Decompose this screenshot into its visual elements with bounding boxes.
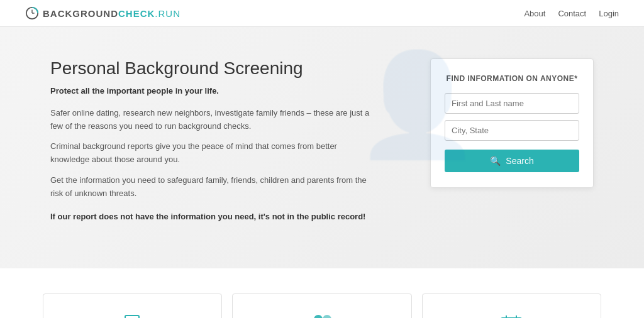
- site-header: BACKGROUNDCHECK.RUN About Contact Login: [0, 0, 644, 27]
- hero-subtitle: Protect all the important people in your…: [50, 85, 377, 98]
- search-card-heading: FIND INFORMATION ON ANYONE*: [445, 74, 579, 83]
- logo: BACKGROUNDCHECK.RUN: [25, 6, 180, 20]
- calendar-icon: 31: [435, 313, 588, 318]
- logo-run: .RUN: [155, 8, 180, 19]
- feature-updated: 31 Always Updated Daily All our informat…: [422, 293, 601, 318]
- logo-bg: BACKGROUND: [43, 8, 118, 19]
- main-nav: About Contact Login: [524, 9, 619, 18]
- svg-point-11: [323, 315, 331, 318]
- hero-para-2: Criminal background reports give you the…: [50, 140, 377, 167]
- hero-title: Personal Background Screening: [50, 58, 377, 79]
- search-button[interactable]: 🔍 Search: [445, 150, 579, 172]
- svg-rect-3: [125, 315, 139, 318]
- location-input[interactable]: [445, 120, 579, 141]
- search-card: FIND INFORMATION ON ANYONE* 🔍 Search: [430, 58, 594, 188]
- hero-para-3: Get the information you need to safeguar…: [50, 174, 377, 200]
- logo-text: BACKGROUNDCHECK.RUN: [43, 8, 180, 19]
- hero-para-1: Safer online dating, research new neighb…: [50, 107, 377, 133]
- search-button-label: Search: [506, 156, 533, 166]
- hero-content: Personal Background Screening Protect al…: [50, 58, 377, 231]
- name-input[interactable]: [445, 93, 579, 114]
- svg-point-10: [314, 315, 323, 318]
- feature-records: The Most Current Records Criminal and ci…: [43, 293, 222, 318]
- hero-bold-note: If our report does not have the informat…: [50, 211, 377, 224]
- logo-check: CHECK: [118, 8, 155, 19]
- features-section: The Most Current Records Criminal and ci…: [0, 268, 644, 318]
- profiles-icon: [245, 313, 398, 318]
- hero-section: 👤 Personal Background Screening Protect …: [0, 27, 644, 268]
- logo-icon: [25, 6, 39, 20]
- nav-login[interactable]: Login: [599, 9, 619, 18]
- feature-profiles: Millions of Free Profiles Professional r…: [232, 293, 411, 318]
- records-icon: [56, 313, 209, 318]
- search-icon: 🔍: [490, 156, 501, 166]
- nav-contact[interactable]: Contact: [558, 9, 586, 18]
- nav-about[interactable]: About: [524, 9, 545, 18]
